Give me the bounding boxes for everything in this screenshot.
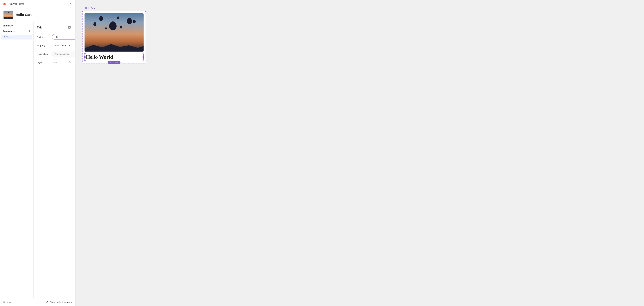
- target-layer-button[interactable]: [68, 60, 72, 65]
- description-field-row: Description: [37, 51, 72, 57]
- handle-mid-left: [84, 56, 86, 58]
- relay-icon: [3, 2, 6, 6]
- delete-button[interactable]: [67, 25, 72, 30]
- name-label: Name: [37, 36, 52, 38]
- more-options-button[interactable]: ⋮: [66, 12, 72, 17]
- sidebar-item-title[interactable]: T Title: [1, 35, 32, 39]
- svg-point-11: [48, 303, 48, 303]
- balloon-6: [120, 26, 122, 28]
- canvas-area: ✦ Hello Card: [76, 0, 644, 306]
- thumb-label: Hello World: [6, 17, 11, 18]
- panel-header: Relay for Figma ×: [0, 0, 75, 8]
- canvas-label-text: Hello Card: [85, 7, 96, 9]
- panel-content: Summary Parameters + T Title Title: [0, 22, 75, 298]
- hug-badge: Hug × Hug: [108, 61, 120, 64]
- sidebar-item-label: Title: [6, 36, 10, 38]
- left-sidebar: Summary Parameters + T Title: [0, 22, 34, 298]
- share-button[interactable]: Share with developer: [46, 301, 72, 304]
- handle-bottom-left: [84, 60, 86, 61]
- parameters-label: Parameters: [3, 30, 14, 32]
- component-thumbnail: Hello World: [3, 10, 14, 19]
- handle-top-right: [142, 53, 144, 54]
- layer-value: Title: [52, 61, 68, 64]
- no-errors-label: No errors: [3, 301, 12, 304]
- share-label: Share with developer: [50, 301, 72, 304]
- property-select[interactable]: text-content visible component: [52, 43, 72, 48]
- svg-line-14: [46, 302, 48, 303]
- card-title-area[interactable]: Hello World Hug × Hug: [84, 53, 144, 61]
- property-label: Property: [37, 44, 52, 47]
- balloon-7: [117, 16, 119, 19]
- canvas-component-wrapper: ✦ Hello Card: [82, 7, 146, 63]
- trash-icon: [68, 26, 71, 29]
- svg-point-5: [70, 62, 70, 62]
- share-icon: [46, 301, 48, 304]
- card-title-text: Hello World: [86, 54, 113, 60]
- panel-header-left: Relay for Figma: [3, 2, 24, 6]
- panel-footer: No errors Share with developer: [0, 298, 75, 306]
- balloon-2: [127, 18, 132, 24]
- layer-label: Layer: [37, 61, 52, 64]
- svg-point-10: [48, 301, 48, 302]
- balloon-8: [105, 27, 107, 29]
- svg-point-2: [4, 3, 5, 4]
- svg-rect-3: [68, 27, 70, 28]
- detail-panel: Title Name Property: [34, 22, 75, 298]
- balloon-1: [109, 21, 116, 30]
- component-title: Hello Card: [16, 13, 32, 17]
- summary-link[interactable]: Summary: [0, 24, 33, 30]
- component-left: Hello World Hello Card: [3, 10, 32, 19]
- component-header: Hello World Hello Card ⋮: [0, 8, 75, 22]
- thumb-balloon: [8, 12, 9, 13]
- balloon-3: [99, 16, 103, 21]
- balloon-4: [94, 22, 96, 26]
- name-field-row: Name: [37, 34, 72, 40]
- add-parameter-button[interactable]: +: [28, 30, 31, 33]
- detail-header: Title: [37, 25, 72, 30]
- description-label: Description: [37, 53, 52, 55]
- card-image: [84, 13, 144, 52]
- handle-mid-right: [142, 56, 144, 58]
- property-field-row: Property text-content visible component …: [37, 43, 72, 48]
- description-input[interactable]: [52, 51, 75, 57]
- component-icon: ✦: [82, 7, 84, 9]
- layer-field-row: Layer Title: [37, 60, 72, 65]
- canvas-component-label: ✦ Hello Card: [82, 7, 96, 9]
- text-type-icon: T: [4, 36, 5, 38]
- balloon-5: [133, 20, 136, 23]
- handle-top-left: [84, 53, 86, 54]
- app-name: Relay for Figma: [8, 2, 24, 5]
- property-select-wrapper: text-content visible component ▾: [52, 43, 72, 48]
- panel: Relay for Figma × Hello World Hello Card…: [0, 0, 76, 306]
- name-input[interactable]: [52, 34, 75, 40]
- parameters-section-header: Parameters +: [0, 30, 33, 35]
- detail-title: Title: [37, 26, 42, 29]
- crosshair-icon: [68, 60, 71, 63]
- handle-bottom-right: [142, 60, 144, 61]
- svg-point-12: [46, 302, 46, 303]
- svg-line-13: [46, 302, 48, 302]
- close-button[interactable]: ×: [69, 2, 72, 6]
- canvas-card[interactable]: Hello World Hug × Hug: [82, 11, 146, 63]
